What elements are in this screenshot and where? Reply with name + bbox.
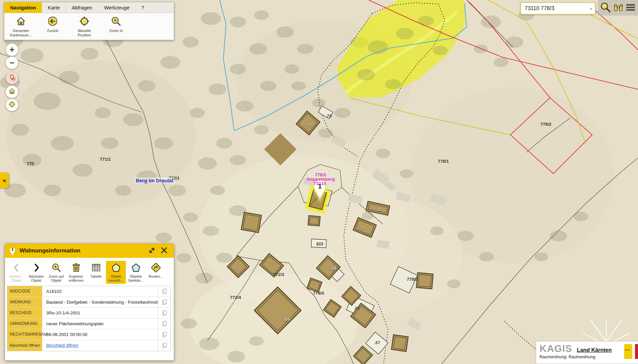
close-panel-button[interactable] [158, 245, 170, 256]
parcel-label: 778/2 [540, 122, 552, 127]
layer-attribution: Raumordnung: Raumordnung [539, 355, 635, 359]
map-zoom-in-button[interactable]: + [6, 43, 18, 56]
building-label: .72 [375, 207, 381, 212]
kaernten-flag-red-stripe [635, 344, 638, 359]
search-icon [600, 2, 611, 14]
back-button[interactable]: Zurück [37, 16, 68, 37]
building-label: .71 [359, 226, 364, 231]
parcel-label: 772/3 [273, 272, 284, 277]
info-panel-header[interactable]: 1 Widmungsinformation [5, 244, 174, 258]
pin-remove-icon [8, 73, 16, 83]
back-arrow-icon [47, 16, 58, 28]
building-label: .68 [354, 306, 360, 311]
info-panel-toolbar: Vorheri... Objekt Nächstes Objekt Zoom a… [5, 258, 174, 285]
zoom-object-icon [51, 263, 61, 274]
chevron-left-icon [11, 263, 22, 274]
search-button[interactable] [600, 2, 611, 14]
current-position-button[interactable]: Aktuelle Position [69, 16, 100, 37]
full-extent-button[interactable]: Gesamter Kartenausc... [6, 16, 36, 37]
tab-navigation[interactable]: Navigation [4, 2, 42, 13]
trash-icon [71, 263, 81, 274]
search-icon-strip [598, 0, 638, 16]
map-viewport[interactable]: 770 771/1 772/1 Berg im Drautal .75 .74 … [0, 0, 638, 364]
parcel-label: 778/5 [407, 277, 418, 282]
panel-title: Widmungsinformation [20, 247, 146, 254]
map-zoom-out-button[interactable]: − [6, 57, 18, 69]
tab-abfragen[interactable]: Abfragen [66, 2, 99, 13]
home-view-button[interactable] [6, 86, 18, 98]
copy-button[interactable] [158, 318, 170, 329]
copy-button[interactable] [158, 297, 170, 307]
copy-button[interactable] [158, 329, 170, 340]
menu-button[interactable] [626, 2, 636, 13]
kaernten-flag-icon: KAG [624, 344, 632, 359]
tab-werkzeuge[interactable]: Werkzeuge [98, 2, 136, 13]
open-bescheid-link[interactable]: Bescheid öffnen [46, 343, 78, 348]
zoom-in-tool-button[interactable]: Zoom In [101, 16, 131, 37]
table-row: WIDCODE A16102 [7, 286, 170, 297]
row-value: neuer Flächenwidmungsplan [42, 318, 158, 329]
row-label: Bescheid öffnen [7, 340, 42, 351]
hamburger-icon [626, 2, 636, 13]
land-kaernten-link[interactable]: Land Kärnten [577, 347, 612, 353]
parcel-label: 772/4 [230, 295, 241, 300]
parcel-label: 770 [27, 161, 34, 166]
table-view-button[interactable]: Tabelle [86, 261, 106, 279]
result-pin-icon: 1 [8, 246, 17, 256]
chevron-right-icon [31, 263, 41, 274]
row-value: 3Ro-10-1/4-2001 [42, 308, 158, 318]
previous-object-button[interactable]: Vorheri... Objekt [6, 261, 26, 284]
widmungsinformation-panel: 1 Widmungsinformation Vorheri... Objekt … [5, 243, 174, 361]
row-value: A16102 [42, 286, 158, 297]
attribution-box: KAGIS Land Kärnten Raumordnung: Raumordn… [536, 341, 638, 364]
target-icon [8, 100, 16, 110]
table-row: WIDMUNG Bauland - Dorfgebiet - Sonderwid… [7, 297, 170, 308]
route-sign-icon [151, 263, 161, 274]
select-objects-button[interactable]: Objekte Selektie... [126, 261, 146, 284]
building-label: .67 [374, 340, 380, 345]
zoom-to-object-button[interactable]: Zoom auf Objekt [46, 261, 66, 284]
building-label: .69 [330, 266, 336, 271]
building-label: .75 [306, 123, 311, 127]
highlight-polygon-icon [111, 263, 121, 274]
table-icon [91, 263, 101, 274]
copy-button[interactable] [158, 308, 170, 318]
search-input[interactable] [521, 5, 587, 11]
row-label: UMWIDMUNG [7, 318, 42, 329]
attribute-table: WIDCODE A16102 WIDMUNG Bauland - Dorfgeb… [7, 286, 171, 351]
search-box: × [521, 2, 595, 14]
binoculars-icon [613, 2, 623, 13]
row-value: Bauland - Dorfgebiet - Sonderwidmung - F… [42, 297, 158, 307]
row-label: WIDMUNG [7, 297, 42, 307]
kagis-logo-text: KAGIS [539, 343, 572, 354]
copy-button[interactable] [158, 340, 170, 351]
row-label: WIDCODE [7, 286, 42, 297]
expand-panel-button[interactable] [146, 245, 158, 256]
parcel-label: 778/4 [313, 291, 324, 296]
expand-icon [148, 246, 156, 255]
row-label: BESCHEID [7, 308, 42, 318]
overview-search-button[interactable] [613, 2, 623, 13]
next-object-button[interactable]: Nächstes Objekt [26, 261, 46, 284]
locate-me-button[interactable] [6, 99, 18, 111]
place-label: Berg im Drautal [135, 178, 174, 183]
zoom-in-icon [111, 16, 121, 28]
current-position-icon [79, 16, 90, 28]
parcel-label: 771/1 [100, 157, 111, 162]
sidebar-collapse-tab[interactable]: « [0, 173, 9, 188]
tab-karte[interactable]: Karte [42, 2, 66, 13]
table-row: UMWIDMUNG neuer Flächenwidmungsplan [7, 318, 170, 329]
select-polygon-icon [131, 263, 141, 274]
clear-search-icon[interactable]: × [587, 6, 595, 11]
remove-result-button[interactable]: Ergebnis entfernen [66, 261, 86, 284]
copy-button[interactable] [158, 286, 170, 297]
highlight-object-button[interactable]: Objekt hervorh... [106, 261, 126, 284]
main-menu-panel: Navigation Karte Abfragen Werkzeuge ? Ge… [4, 2, 174, 40]
table-row: RECHTSWIRKSAM 08.06.2001 00:00:00 [7, 329, 170, 340]
tab-help[interactable]: ? [136, 2, 150, 13]
clear-marker-button[interactable] [6, 72, 18, 84]
building-label: 764 [283, 317, 290, 322]
parcel-label: 778/1 [438, 159, 449, 164]
table-row: Bescheid öffnen Bescheid öffnen [7, 340, 170, 351]
routing-button[interactable]: Routen... [146, 261, 166, 279]
